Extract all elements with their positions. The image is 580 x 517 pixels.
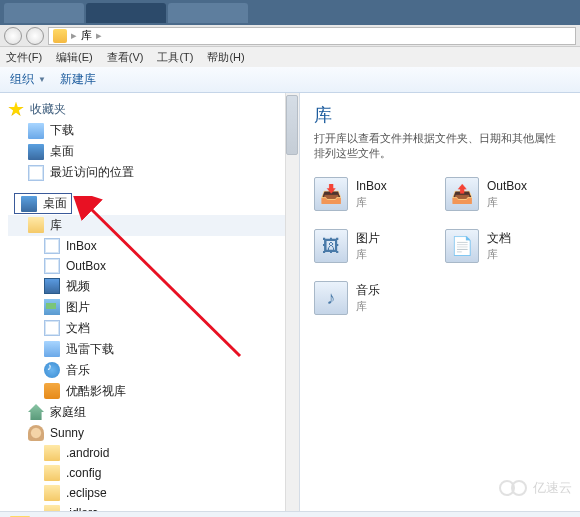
toolbar-label: 组织: [10, 71, 34, 88]
library-item-music[interactable]: ♪ 音乐 库: [314, 281, 435, 315]
scrollbar[interactable]: [285, 93, 299, 511]
page-subtitle: 打开库以查看文件并根据文件夹、日期和其他属性排列这些文件。: [314, 131, 566, 161]
menu-view[interactable]: 查看(V): [107, 50, 144, 65]
chevron-down-icon: ▼: [38, 75, 46, 84]
back-button[interactable]: [4, 27, 22, 45]
library-item-icon: 📥: [314, 177, 348, 211]
folder-icon: [44, 341, 60, 357]
menu-help[interactable]: 帮助(H): [207, 50, 244, 65]
tree-item-documents[interactable]: 文档: [8, 318, 299, 339]
tree-item-libraries[interactable]: 库: [8, 215, 299, 236]
library-item-name: 音乐: [356, 283, 380, 299]
tree-item-inbox[interactable]: InBox: [8, 236, 299, 256]
tree-item-folder[interactable]: .config: [8, 463, 299, 483]
library-item-icon: 🖼: [314, 229, 348, 263]
forward-button[interactable]: [26, 27, 44, 45]
library-item-name: OutBox: [487, 179, 527, 195]
tree-item-label: .config: [66, 466, 101, 480]
tree-group-favorites: 收藏夹 下载 桌面 最近访问的位置: [8, 99, 299, 183]
content-panel: 库 打开库以查看文件并根据文件夹、日期和其他属性排列这些文件。 📥 InBox …: [300, 93, 580, 511]
tree-item-label: 图片: [66, 299, 90, 316]
breadcrumb-item[interactable]: 库: [81, 28, 92, 43]
document-icon: [44, 238, 60, 254]
document-icon: [28, 165, 44, 181]
video-icon: [44, 278, 60, 294]
tree-item-folder[interactable]: .android: [8, 443, 299, 463]
library-item-documents[interactable]: 📄 文档 库: [445, 229, 566, 263]
tree-item-label: Sunny: [50, 426, 84, 440]
tree-item-label: 桌面: [50, 143, 74, 160]
library-item-type: 库: [356, 299, 380, 313]
library-item-pictures[interactable]: 🖼 图片 库: [314, 229, 435, 263]
folder-icon: [44, 465, 60, 481]
picture-icon: [44, 299, 60, 315]
breadcrumb-sep: ▸: [71, 29, 77, 42]
menu-bar: 文件(F) 编辑(E) 查看(V) 工具(T) 帮助(H): [0, 47, 580, 67]
library-item-name: 图片: [356, 231, 380, 247]
tree-item-label: 桌面: [43, 195, 67, 212]
browser-tabs: [0, 0, 580, 25]
tree-item-outbox[interactable]: OutBox: [8, 256, 299, 276]
folder-icon: [44, 445, 60, 461]
folder-icon: [28, 123, 44, 139]
tree-item-label: 优酷影视库: [66, 383, 126, 400]
tree-item-label: 家庭组: [50, 404, 86, 421]
library-item-type: 库: [356, 195, 387, 209]
scrollbar-thumb[interactable]: [286, 95, 298, 155]
toolbar-new-library[interactable]: 新建库: [60, 71, 96, 88]
tree-item-user[interactable]: Sunny: [8, 423, 299, 443]
navigation-tree-panel: 收藏夹 下载 桌面 最近访问的位置 桌面: [0, 93, 300, 511]
toolbar-organize[interactable]: 组织 ▼: [10, 71, 46, 88]
tree-item-label: 库: [50, 217, 62, 234]
tree-item-recent[interactable]: 最近访问的位置: [8, 162, 299, 183]
tree-item-folder[interactable]: .eclipse: [8, 483, 299, 503]
tree-item-folder[interactable]: .idlerc: [8, 503, 299, 512]
tree-item-label: 音乐: [66, 362, 90, 379]
video-library-icon: [44, 383, 60, 399]
library-grid: 📥 InBox 库 📤 OutBox 库 🖼 图片 库: [314, 177, 566, 315]
tree-item-desktop[interactable]: 桌面: [8, 141, 299, 162]
library-item-icon: 📤: [445, 177, 479, 211]
library-item-text: OutBox 库: [487, 179, 527, 209]
library-item-type: 库: [356, 247, 380, 261]
tree-item-label: .idlerc: [66, 506, 98, 512]
document-icon: [44, 258, 60, 274]
tree-item-desktop-boxed[interactable]: 桌面: [14, 193, 72, 214]
library-icon: [28, 217, 44, 233]
address-bar[interactable]: ▸ 库 ▸: [48, 27, 576, 45]
tree-item-label: InBox: [66, 239, 97, 253]
menu-edit[interactable]: 编辑(E): [56, 50, 93, 65]
user-icon: [28, 425, 44, 441]
browser-tab[interactable]: [168, 3, 248, 23]
library-item-name: InBox: [356, 179, 387, 195]
homegroup-icon: [28, 404, 44, 420]
status-bar: 8 个对象: [0, 511, 580, 517]
library-icon: [53, 29, 67, 43]
tree-item-label: 视频: [66, 278, 90, 295]
desktop-icon: [28, 144, 44, 160]
tree-item-video[interactable]: 视频: [8, 276, 299, 297]
folder-icon: [44, 485, 60, 501]
menu-file[interactable]: 文件(F): [6, 50, 42, 65]
tree-item-pictures[interactable]: 图片: [8, 297, 299, 318]
library-item-type: 库: [487, 247, 511, 261]
library-item-text: 音乐 库: [356, 283, 380, 313]
tree-item-label: OutBox: [66, 259, 106, 273]
tree-item-downloads[interactable]: 下载: [8, 120, 299, 141]
tree-item-homegroup[interactable]: 家庭组: [8, 402, 299, 423]
library-item-inbox[interactable]: 📥 InBox 库: [314, 177, 435, 211]
tree-item-music[interactable]: 音乐: [8, 360, 299, 381]
tree-item-xunlei[interactable]: 迅雷下载: [8, 339, 299, 360]
tree-heading-favorites[interactable]: 收藏夹: [8, 99, 299, 120]
browser-tab[interactable]: [86, 3, 166, 23]
browser-tab[interactable]: [4, 3, 84, 23]
library-item-text: 文档 库: [487, 231, 511, 261]
tree-item-label: .android: [66, 446, 109, 460]
library-item-text: InBox 库: [356, 179, 387, 209]
tree-item-label: 文档: [66, 320, 90, 337]
library-item-outbox[interactable]: 📤 OutBox 库: [445, 177, 566, 211]
menu-tools[interactable]: 工具(T): [157, 50, 193, 65]
page-title: 库: [314, 103, 566, 127]
library-item-icon: ♪: [314, 281, 348, 315]
tree-item-youku[interactable]: 优酷影视库: [8, 381, 299, 402]
